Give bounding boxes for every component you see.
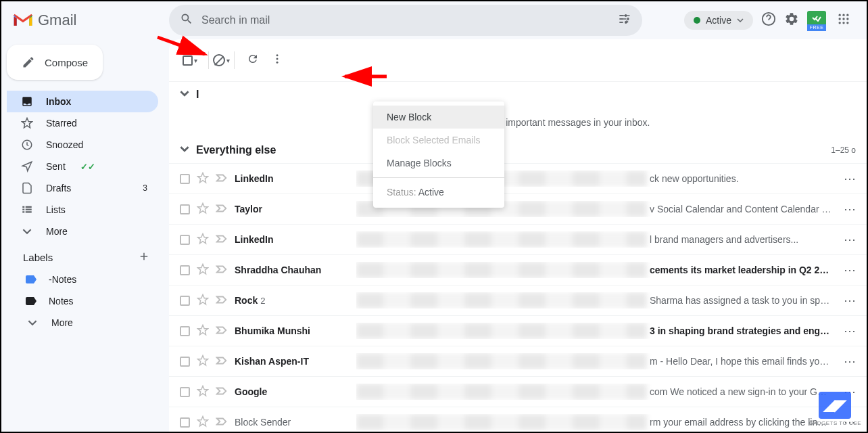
search-input[interactable]: Search in mail [201,14,610,26]
row-more-icon[interactable]: ⋯ [844,263,856,277]
email-row[interactable]: Google com We noticed a new sign-in to y… [169,376,867,407]
email-row[interactable]: Shraddha Chauhan cements its market lead… [169,254,867,285]
email-sender: LinkedIn [235,234,349,245]
star-icon[interactable] [197,294,209,308]
important-icon[interactable] [216,417,228,428]
row-checkbox[interactable] [180,387,190,397]
gmail-logo[interactable]: Gmail [12,12,76,29]
watermark-logo: ◢◤ [819,392,851,419]
star-icon[interactable] [197,202,209,216]
search-bar[interactable]: Search in mail [169,5,642,36]
search-icon[interactable] [177,9,196,31]
label-notes-2[interactable]: Notes [7,290,164,312]
row-more-icon[interactable]: ⋯ [844,354,856,369]
email-row[interactable]: Taylor v Social Calendar and Content Cal… [169,193,867,224]
labels-header: Labels [7,242,164,269]
important-icon[interactable] [216,386,228,398]
email-row[interactable]: Bhumika Munshi 3 in shaping brand strate… [169,315,867,346]
row-more-icon[interactable]: ⋯ [844,171,856,186]
email-row[interactable]: Rock 2 Sharma has assigned a task to you… [169,285,867,315]
add-label-icon[interactable] [138,250,150,265]
row-more-icon[interactable]: ⋯ [844,202,856,216]
dropdown-new-block[interactable]: New Block [373,106,504,129]
row-more-icon[interactable]: ⋯ [844,232,856,247]
compose-button[interactable]: Compose [7,45,103,80]
row-checkbox[interactable] [180,296,190,306]
sidebar-item-inbox[interactable]: Inbox [7,91,158,112]
sidebar-item-snoozed[interactable]: Snoozed [7,134,158,156]
select-all-checkbox[interactable]: ▾ [180,53,200,68]
sidebar-item-starred[interactable]: Starred [7,112,158,134]
row-checkbox[interactable] [180,204,190,214]
file-icon [20,182,34,194]
email-snippet: m - Hello Dear, I hope this email finds … [650,356,831,367]
sidebar-item-drafts[interactable]: Drafts 3 [7,177,158,199]
svg-rect-16 [22,211,24,212]
important-icon[interactable] [216,295,228,306]
row-checkbox[interactable] [180,265,190,275]
star-icon[interactable] [197,385,209,399]
dropdown-manage-blocks[interactable]: Manage Blocks [373,152,504,175]
svg-rect-14 [22,206,24,208]
email-snippet: 3 in shaping brand strategies and engagi… [650,325,831,336]
block-dropdown-menu: New Block Block Selected Emails Manage B… [373,101,504,208]
row-checkbox[interactable] [180,235,190,245]
important-icon[interactable] [216,356,228,367]
watermark: ◢◤ GADGETS TO USE [809,392,861,426]
pencil-icon [22,55,35,69]
email-row[interactable]: Block Sender rm your email address by cl… [169,407,867,432]
svg-point-4 [839,14,841,16]
svg-point-6 [846,14,848,16]
toolbar: ▾ ▾ [169,39,867,82]
redacted-subject [356,384,647,400]
star-icon[interactable] [197,324,209,338]
email-row[interactable]: LinkedIn l brand managers and advertiser… [169,224,867,254]
star-icon[interactable] [197,172,209,186]
important-icon[interactable] [216,325,228,337]
extension-badge[interactable]: FREE [807,11,829,30]
sidebar-item-sent[interactable]: Sent ✓✓ [7,156,158,177]
svg-point-5 [842,14,844,16]
important-icon[interactable] [216,173,228,185]
section-important[interactable]: I [169,82,867,108]
block-sender-button[interactable]: ▾ [208,51,235,69]
more-button[interactable] [267,49,287,72]
apps-grid-icon[interactable] [837,12,850,28]
header-right: Active FREE [684,11,856,30]
watermark-text: GADGETS TO USE [809,420,861,426]
chevron-down-icon [20,227,34,236]
important-icon[interactable] [216,204,228,215]
star-icon[interactable] [197,355,209,369]
email-row[interactable]: Kishan Aspen-IT m - Hello Dear, I hope t… [169,346,867,376]
svg-point-7 [839,18,841,20]
status-label: Status: [387,187,416,198]
label-notes-1[interactable]: -Notes [7,269,164,290]
row-checkbox[interactable] [180,174,190,184]
star-icon[interactable] [197,233,209,247]
sidebar-item-lists[interactable]: Lists [7,199,158,221]
dropdown-divider [373,177,504,178]
status-chip[interactable]: Active [684,11,753,30]
label-tag-icon [26,275,37,283]
help-icon[interactable] [761,12,776,29]
section-everything-else[interactable]: Everything else 1–25 o [169,137,867,163]
email-snippet: rm your email address by clicking the li… [650,417,831,428]
dropdown-block-selected[interactable]: Block Selected Emails [373,129,504,152]
tune-icon[interactable] [615,9,634,31]
row-checkbox[interactable] [180,357,190,367]
label-more[interactable]: More [7,312,164,334]
row-checkbox[interactable] [180,417,190,428]
row-checkbox[interactable] [180,326,190,336]
star-icon[interactable] [197,415,209,430]
email-row[interactable]: LinkedIn ck new opportunities. ⋯ [169,163,867,193]
refresh-button[interactable] [243,49,263,72]
row-more-icon[interactable]: ⋯ [844,323,856,338]
sidebar-item-more[interactable]: More [7,221,158,242]
lists-icon [20,204,34,216]
label-text: Notes [49,296,74,306]
row-more-icon[interactable]: ⋯ [844,293,856,308]
star-icon[interactable] [197,263,209,277]
settings-icon[interactable] [784,12,799,29]
important-icon[interactable] [216,265,228,276]
important-icon[interactable] [216,234,228,246]
